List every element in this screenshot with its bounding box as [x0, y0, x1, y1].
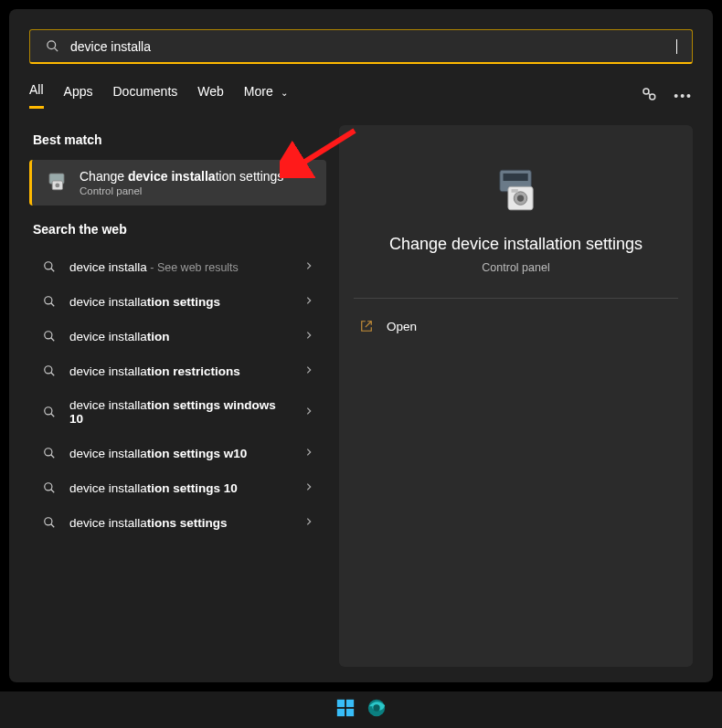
svg-point-37: [373, 704, 379, 711]
svg-rect-27: [503, 174, 527, 181]
svg-rect-31: [511, 189, 517, 193]
preview-title: Change device installation settings: [354, 235, 678, 254]
svg-line-4: [649, 93, 651, 95]
tab-all[interactable]: All: [29, 82, 44, 109]
web-result-text: device installations settings: [69, 516, 292, 530]
svg-point-10: [45, 297, 52, 304]
web-result-item[interactable]: device installation restrictions: [29, 353, 326, 388]
more-options-icon[interactable]: •••: [674, 89, 693, 103]
svg-point-30: [516, 195, 523, 201]
svg-point-18: [45, 448, 52, 456]
chevron-right-icon: [304, 516, 313, 529]
results-content: Best match Change device installation se…: [29, 125, 693, 667]
filter-tabs: All Apps Documents Web More ⌄ •••: [29, 82, 693, 109]
search-icon: [42, 480, 57, 495]
preview-app-icon: [489, 164, 544, 218]
search-icon: [42, 364, 57, 378]
svg-point-20: [45, 483, 52, 491]
search-icon: [42, 329, 57, 343]
taskbar: [0, 691, 722, 728]
search-options-icon[interactable]: [641, 86, 657, 105]
search-icon: [42, 294, 57, 309]
preview-subtitle: Control panel: [354, 261, 678, 274]
search-input[interactable]: [70, 39, 676, 54]
results-list: Best match Change device installation se…: [29, 125, 326, 667]
search-icon: [42, 259, 57, 274]
web-result-item[interactable]: device installations settings: [29, 505, 326, 540]
svg-line-9: [51, 269, 55, 272]
action-open-label: Open: [387, 320, 417, 333]
web-result-item[interactable]: device installation settings 10: [29, 470, 326, 505]
web-result-text: device installa - See web results: [69, 260, 292, 274]
svg-point-8: [45, 262, 52, 269]
svg-point-14: [45, 366, 52, 374]
best-match-subtitle: Control panel: [80, 185, 283, 196]
text-caret: [676, 39, 677, 54]
tab-more[interactable]: More ⌄: [244, 84, 288, 108]
svg-rect-35: [346, 709, 354, 716]
best-match-result[interactable]: Change device installation settings Cont…: [29, 160, 326, 206]
web-result-text: device installation settings windows 10: [69, 398, 292, 426]
start-button[interactable]: [335, 698, 356, 722]
edge-browser-icon[interactable]: [366, 698, 387, 722]
chevron-right-icon: [304, 364, 313, 377]
action-open[interactable]: Open: [354, 310, 678, 343]
start-search-panel: All Apps Documents Web More ⌄ ••• Best m…: [9, 9, 713, 682]
divider: [354, 298, 678, 299]
svg-point-3: [650, 94, 655, 100]
tab-apps[interactable]: Apps: [64, 84, 93, 108]
web-result-text: device installation settings 10: [69, 481, 292, 495]
web-result-item[interactable]: device installation settings: [29, 284, 326, 319]
svg-point-7: [55, 183, 59, 187]
tab-documents[interactable]: Documents: [112, 84, 177, 108]
svg-line-17: [51, 414, 55, 417]
search-icon: [42, 446, 57, 460]
svg-line-23: [51, 524, 55, 528]
chevron-right-icon: [304, 406, 313, 418]
web-result-item[interactable]: device installation settings w10: [29, 436, 326, 470]
device-settings-icon: [45, 169, 69, 196]
best-match-header: Best match: [29, 125, 326, 160]
search-box[interactable]: [29, 29, 693, 64]
chevron-right-icon: [304, 295, 313, 308]
svg-line-15: [51, 373, 55, 376]
preview-pane: Change device installation settings Cont…: [339, 125, 693, 667]
svg-rect-32: [337, 700, 345, 707]
web-result-item[interactable]: device installation: [29, 319, 326, 353]
svg-point-2: [643, 89, 649, 94]
svg-line-19: [51, 455, 55, 459]
web-result-text: device installation: [69, 330, 292, 343]
svg-line-11: [51, 303, 55, 307]
open-external-icon: [359, 319, 374, 333]
web-result-item[interactable]: device installation settings windows 10: [29, 388, 326, 436]
chevron-right-icon: [304, 481, 313, 494]
chevron-right-icon: [304, 260, 313, 273]
web-result-item[interactable]: device installa - See web results: [29, 249, 326, 284]
svg-line-1: [54, 47, 58, 51]
search-icon: [45, 39, 59, 54]
web-result-text: device installation restrictions: [69, 364, 292, 378]
chevron-down-icon: ⌄: [281, 88, 288, 98]
web-results-header: Search the web: [29, 215, 326, 249]
web-result-text: device installation settings w10: [69, 447, 292, 460]
tab-web[interactable]: Web: [197, 84, 224, 108]
svg-rect-34: [337, 709, 345, 716]
chevron-right-icon: [304, 447, 313, 459]
chevron-right-icon: [304, 330, 313, 343]
search-icon: [42, 405, 57, 419]
svg-point-0: [47, 41, 55, 49]
svg-line-13: [51, 338, 55, 342]
svg-point-12: [45, 332, 52, 339]
svg-rect-33: [346, 700, 354, 707]
svg-point-16: [45, 407, 52, 415]
search-icon: [42, 515, 57, 530]
web-result-text: device installation settings: [69, 295, 292, 309]
svg-line-21: [51, 490, 55, 493]
best-match-title: Change device installation settings: [80, 169, 283, 184]
svg-point-22: [45, 518, 52, 525]
